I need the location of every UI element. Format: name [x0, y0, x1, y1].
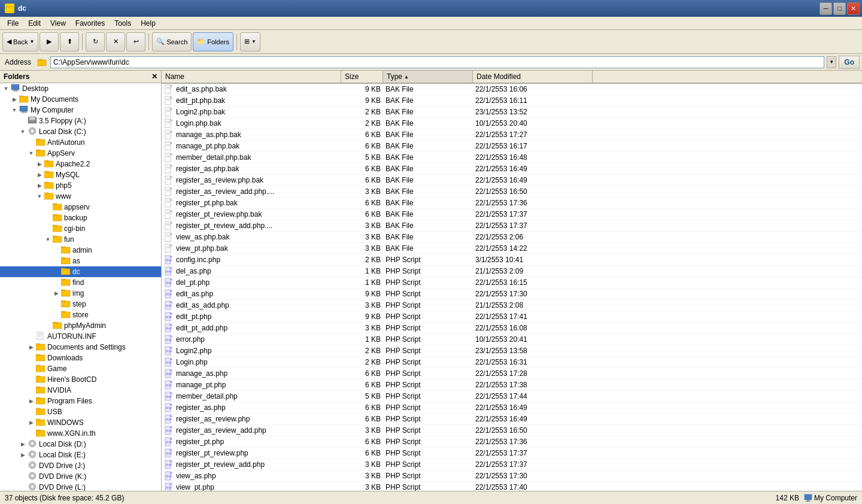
tree-item-mysql[interactable]: ▶ MySQL: [0, 169, 161, 180]
tree-item-dvd-k[interactable]: DVD Drive (K:): [0, 471, 161, 482]
tree-item-game[interactable]: Game: [0, 363, 161, 374]
tree-item-downloads[interactable]: Downloads: [0, 353, 161, 363]
tree-item-dvd-j[interactable]: DVD Drive (J:): [0, 460, 161, 471]
file-row-32[interactable]: PHP register_pt_review.php6 KBPHP Script…: [162, 448, 862, 459]
menu-edit[interactable]: Edit: [23, 18, 45, 29]
file-row-11[interactable]: register_pt_review.php.bak6 KBBAK File22…: [162, 209, 862, 220]
tree-expander-local-d[interactable]: ▶: [18, 439, 28, 449]
tree-expander-local-c[interactable]: ▼: [18, 127, 28, 136]
undo-button[interactable]: ↩: [126, 32, 145, 51]
folders-button[interactable]: 📁 Folders: [193, 32, 233, 51]
tree-expander-windows[interactable]: ▶: [26, 418, 36, 427]
tree-item-nvidia[interactable]: NVIDIA: [0, 385, 161, 396]
file-row-15[interactable]: PHP config.inc.php2 KBPHP Script3/1/2553…: [162, 254, 862, 266]
search-button[interactable]: 🔍 Search: [152, 32, 192, 51]
tree-item-local-d[interactable]: ▶ Local Disk (D:): [0, 439, 161, 450]
tree-item-usb[interactable]: USB: [0, 406, 161, 417]
maximize-button[interactable]: □: [833, 2, 846, 15]
tree-item-backup[interactable]: backup: [0, 212, 161, 223]
file-row-3[interactable]: Login.php.bak2 KBBAK File10/1/2553 20:40: [162, 118, 862, 129]
tree-item-antiautorun[interactable]: AntiAutorun: [0, 137, 161, 148]
file-row-18[interactable]: PHP edit_as.php9 KBPHP Script22/1/2553 1…: [162, 289, 862, 300]
tree-item-dvd-l[interactable]: DVD Drive (L:): [0, 482, 161, 491]
file-row-9[interactable]: register_as_review_add.php....3 KBBAK Fi…: [162, 186, 862, 198]
tree-item-php5[interactable]: ▶ php5: [0, 180, 161, 191]
menu-help[interactable]: Help: [136, 18, 160, 29]
file-row-22[interactable]: PHP error.php1 KBPHP Script10/1/2553 20:…: [162, 334, 862, 345]
tree-item-docs-settings[interactable]: ▶ Documents and Settings: [0, 342, 161, 353]
file-row-4[interactable]: manage_as.php.bak6 KBBAK File22/1/2553 1…: [162, 129, 862, 141]
tree-item-windows[interactable]: ▶ WINDOWS: [0, 417, 161, 428]
file-row-19[interactable]: PHP edit_as_add.php3 KBPHP Script21/1/25…: [162, 300, 862, 311]
tree-item-cgi-bin[interactable]: cgi-bin: [0, 223, 161, 234]
tree-item-dc[interactable]: dc: [0, 266, 161, 277]
file-row-31[interactable]: PHP register_pt.php6 KBPHP Script22/1/25…: [162, 436, 862, 448]
tree-item-www-xgn[interactable]: www.XGN.in.th: [0, 428, 161, 439]
tree-expander-program-files[interactable]: ▶: [26, 396, 36, 406]
file-row-17[interactable]: PHP del_pt.php1 KBPHP Script22/1/2553 16…: [162, 277, 862, 289]
forward-button[interactable]: ▶: [40, 32, 59, 51]
tree-item-desktop[interactable]: ▼ Desktop: [0, 83, 161, 94]
tree-item-appserv2[interactable]: appserv: [0, 202, 161, 212]
file-row-1[interactable]: edit_pt.php.bak9 KBBAK File22/1/2553 16:…: [162, 95, 862, 107]
minimize-button[interactable]: ─: [819, 2, 832, 15]
tree-item-phpmyadmin[interactable]: phpMyAdmin: [0, 320, 161, 331]
tree-expander-docs-settings[interactable]: ▶: [26, 342, 36, 352]
col-header-date[interactable]: Date Modified: [473, 71, 593, 83]
menu-tools[interactable]: Tools: [110, 18, 136, 29]
menu-file[interactable]: File: [2, 18, 23, 29]
file-row-24[interactable]: PHP Login.php2 KBPHP Script22/1/2553 16:…: [162, 357, 862, 368]
tree-expander-local-e[interactable]: ▶: [18, 450, 28, 460]
file-row-27[interactable]: PHP member_detail.php5 KBPHP Script22/1/…: [162, 391, 862, 402]
tree-item-fun[interactable]: ▼ fun: [0, 234, 161, 245]
tree-item-program-files[interactable]: ▶ Program Files: [0, 396, 161, 406]
file-row-34[interactable]: PHP view_as.php3 KBPHP Script22/1/2553 1…: [162, 470, 862, 482]
tree-expander-php5[interactable]: ▶: [35, 181, 44, 190]
file-row-33[interactable]: PHP register_pt_review_add.php3 KBPHP Sc…: [162, 459, 862, 470]
tree-item-floppy[interactable]: 3.5 Floppy (A:): [0, 116, 161, 126]
file-row-21[interactable]: PHP edit_pt_add.php3 KBPHP Script22/1/25…: [162, 323, 862, 334]
tree-item-hirens[interactable]: Hiren's BootCD: [0, 374, 161, 385]
menu-view[interactable]: View: [45, 18, 71, 29]
file-row-26[interactable]: PHP manage_pt.php6 KBPHP Script22/1/2553…: [162, 379, 862, 391]
col-header-type[interactable]: Type ▲: [383, 71, 473, 83]
stop-button[interactable]: ✕: [106, 32, 125, 51]
tree-item-my-computer[interactable]: ▼ My Computer: [0, 105, 161, 116]
up-button[interactable]: ⬆: [60, 32, 79, 51]
file-row-0[interactable]: edit_as.php.bak9 KBBAK File22/1/2553 16:…: [162, 84, 862, 95]
tree-item-admin[interactable]: admin: [0, 245, 161, 256]
tree-item-step[interactable]: step: [0, 299, 161, 309]
tree-item-img[interactable]: ▶ img: [0, 288, 161, 299]
tree-item-autorun[interactable]: AUTORUN.INF: [0, 331, 161, 342]
file-row-6[interactable]: member_detail.php.bak5 KBBAK File22/1/25…: [162, 152, 862, 163]
file-row-20[interactable]: PHP edit_pt.php9 KBPHP Script22/1/2553 1…: [162, 311, 862, 323]
file-row-7[interactable]: register_as.php.bak6 KBBAK File22/1/2553…: [162, 163, 862, 175]
tree-item-local-c[interactable]: ▼ Local Disk (C:): [0, 126, 161, 137]
refresh-button[interactable]: ↻: [86, 32, 105, 51]
address-input[interactable]: [50, 56, 824, 68]
back-button[interactable]: ◀ Back ▼: [2, 32, 38, 51]
tree-item-store[interactable]: store: [0, 309, 161, 320]
file-row-2[interactable]: Login2.php.bak2 KBBAK File23/1/2553 13:5…: [162, 107, 862, 118]
views-button[interactable]: ⊞ ▼: [240, 32, 260, 51]
tree-item-as[interactable]: as: [0, 256, 161, 266]
tree-item-local-e[interactable]: ▶ Local Disk (E:): [0, 450, 161, 460]
file-row-28[interactable]: PHP register_as.php6 KBPHP Script22/1/25…: [162, 402, 862, 414]
tree-expander-mysql[interactable]: ▶: [35, 170, 44, 180]
tree-expander-img[interactable]: ▶: [51, 289, 61, 298]
file-row-14[interactable]: view_pt.php.bak3 KBBAK File22/1/2553 14:…: [162, 243, 862, 254]
file-row-10[interactable]: register_pt.php.bak6 KBBAK File22/1/2553…: [162, 198, 862, 209]
menu-favorites[interactable]: Favorites: [71, 18, 110, 29]
file-row-5[interactable]: manage_pt.php.bak6 KBBAK File22/1/2553 1…: [162, 141, 862, 152]
go-button[interactable]: Go: [839, 56, 860, 69]
file-row-16[interactable]: PHP del_as.php1 KBPHP Script21/1/2553 2:…: [162, 266, 862, 277]
file-row-30[interactable]: PHP register_as_review_add.php3 KBPHP Sc…: [162, 425, 862, 436]
file-row-35[interactable]: PHP view_pt.php3 KBPHP Script22/1/2553 1…: [162, 482, 862, 491]
col-header-size[interactable]: Size: [341, 71, 383, 83]
address-dropdown-button[interactable]: ▼: [827, 56, 836, 68]
folders-close-button[interactable]: ✕: [151, 72, 157, 81]
file-row-13[interactable]: view_as.php.bak3 KBBAK File22/1/2553 2:0…: [162, 232, 862, 243]
tree-expander-apache[interactable]: ▶: [35, 159, 44, 169]
close-button[interactable]: ✕: [847, 2, 860, 15]
col-header-name[interactable]: Name: [162, 71, 341, 83]
